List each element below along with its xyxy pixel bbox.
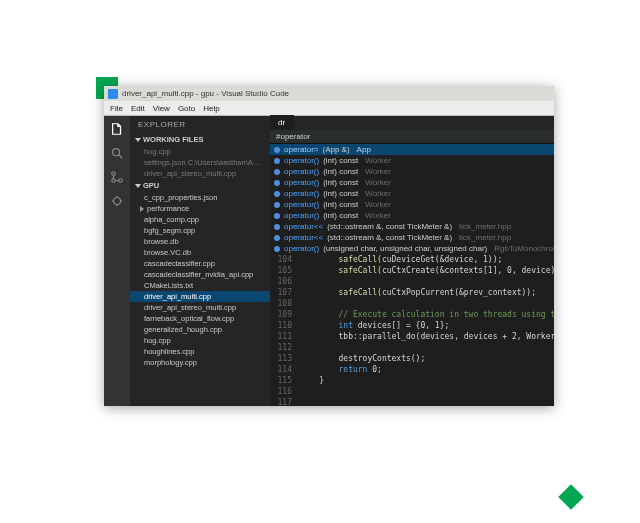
project-file-item[interactable]: driver_api_stereo_multi.cpp bbox=[130, 302, 270, 313]
section-project[interactable]: GPU bbox=[130, 179, 270, 192]
intellisense-item[interactable]: operator=(App &)App bbox=[270, 144, 554, 155]
intellisense-item[interactable]: operator<<(std::ostream &, const TickMet… bbox=[270, 221, 554, 232]
menubar: File Edit View Goto Help bbox=[104, 101, 554, 116]
method-icon bbox=[274, 246, 280, 252]
project-file-item[interactable]: houghlines.cpp bbox=[130, 346, 270, 357]
line-gutter: 104 105 106 107 108 109 110 111 112 113 … bbox=[270, 254, 296, 406]
project-file-item[interactable]: alpha_comp.cpp bbox=[130, 214, 270, 225]
project-file-item[interactable]: bgfg_segm.cpp bbox=[130, 225, 270, 236]
intellisense-list: operator=(App &)Appoperator()(int) const… bbox=[270, 144, 554, 254]
method-icon bbox=[274, 147, 280, 153]
debug-icon[interactable] bbox=[110, 194, 124, 208]
intellisense-popup: #operator operator=(App &)Appoperator()(… bbox=[270, 130, 554, 254]
project-file-item[interactable]: driver_api_multi.cpp bbox=[130, 291, 270, 302]
project-file-item[interactable]: farneback_optical_flow.cpp bbox=[130, 313, 270, 324]
section-working-files[interactable]: WORKING FILES bbox=[130, 133, 270, 146]
intellisense-item[interactable]: operator()(int) constWorker bbox=[270, 166, 554, 177]
svg-point-1 bbox=[112, 172, 116, 176]
editor: dr #operator operator=(App &)Appoperator… bbox=[270, 116, 554, 406]
project-file-item[interactable]: morphology.cpp bbox=[130, 357, 270, 368]
svg-point-4 bbox=[114, 198, 121, 205]
project-file-item[interactable]: browse.db bbox=[130, 236, 270, 247]
intellisense-item[interactable]: operator()(int) constWorker bbox=[270, 177, 554, 188]
menu-view[interactable]: View bbox=[153, 104, 170, 113]
project-file-item[interactable]: generalized_hough.cpp bbox=[130, 324, 270, 335]
intellisense-item[interactable]: operator()(int) constWorker bbox=[270, 199, 554, 210]
intellisense-item[interactable]: operator()(int) constWorker bbox=[270, 188, 554, 199]
files-icon[interactable] bbox=[110, 122, 124, 136]
svg-point-3 bbox=[112, 179, 116, 183]
menu-edit[interactable]: Edit bbox=[131, 104, 145, 113]
app-window: driver_api_multi.cpp - gpu - Visual Stud… bbox=[104, 86, 554, 406]
svg-point-0 bbox=[113, 149, 120, 156]
menu-goto[interactable]: Goto bbox=[178, 104, 195, 113]
search-icon[interactable] bbox=[110, 146, 124, 160]
working-file-item[interactable]: hog.cpp bbox=[130, 146, 270, 157]
source-control-icon[interactable] bbox=[110, 170, 124, 184]
intellisense-item[interactable]: operator()(int) constWorker bbox=[270, 210, 554, 221]
brand-diamond bbox=[558, 484, 583, 509]
method-icon bbox=[274, 224, 280, 230]
tab-current[interactable]: dr bbox=[270, 115, 294, 130]
code-area[interactable]: 104 105 106 107 108 109 110 111 112 113 … bbox=[270, 254, 554, 406]
method-icon bbox=[274, 180, 280, 186]
intellisense-item[interactable]: operator<<(std::ostream &, const TickMet… bbox=[270, 232, 554, 243]
method-icon bbox=[274, 191, 280, 197]
project-file-item[interactable]: cascadeclassifier_nvidia_api.cpp bbox=[130, 269, 270, 280]
tab-strip: dr bbox=[270, 116, 554, 130]
titlebar[interactable]: driver_api_multi.cpp - gpu - Visual Stud… bbox=[104, 86, 554, 101]
project-file-item[interactable]: cascadeclassifier.cpp bbox=[130, 258, 270, 269]
intellisense-item[interactable]: operator()(unsigned char, unsigned char,… bbox=[270, 243, 554, 254]
explorer-title: EXPLORER bbox=[130, 116, 270, 133]
working-file-item[interactable]: settings.json C:\Users\aasthan\AppData..… bbox=[130, 157, 270, 168]
window-title: driver_api_multi.cpp - gpu - Visual Stud… bbox=[122, 89, 289, 98]
project-files-list: c_cpp_properties.jsonperformancealpha_co… bbox=[130, 192, 270, 368]
menu-file[interactable]: File bbox=[110, 104, 123, 113]
sidebar-explorer: EXPLORER WORKING FILES hog.cppsettings.j… bbox=[130, 116, 270, 406]
vscode-icon bbox=[108, 89, 118, 99]
project-file-item[interactable]: hog.cpp bbox=[130, 335, 270, 346]
method-icon bbox=[274, 213, 280, 219]
method-icon bbox=[274, 235, 280, 241]
svg-point-2 bbox=[119, 179, 123, 183]
code-text[interactable]: safeCall(cuDeviceGet(&device, 1)); safeC… bbox=[296, 254, 554, 406]
project-file-item[interactable]: CMakeLists.txt bbox=[130, 280, 270, 291]
method-icon bbox=[274, 202, 280, 208]
method-icon bbox=[274, 158, 280, 164]
project-file-item[interactable]: c_cpp_properties.json bbox=[130, 192, 270, 203]
intellisense-item[interactable]: operator()(int) constWorker bbox=[270, 155, 554, 166]
activity-bar bbox=[104, 116, 130, 406]
working-files-list: hog.cppsettings.json C:\Users\aasthan\Ap… bbox=[130, 146, 270, 179]
method-icon bbox=[274, 169, 280, 175]
project-folder-performance[interactable]: performance bbox=[130, 203, 270, 214]
project-file-item[interactable]: browse.VC.db bbox=[130, 247, 270, 258]
menu-help[interactable]: Help bbox=[203, 104, 219, 113]
working-file-item[interactable]: driver_api_stereo_multi.cpp bbox=[130, 168, 270, 179]
intellisense-filter[interactable]: #operator bbox=[270, 130, 554, 144]
